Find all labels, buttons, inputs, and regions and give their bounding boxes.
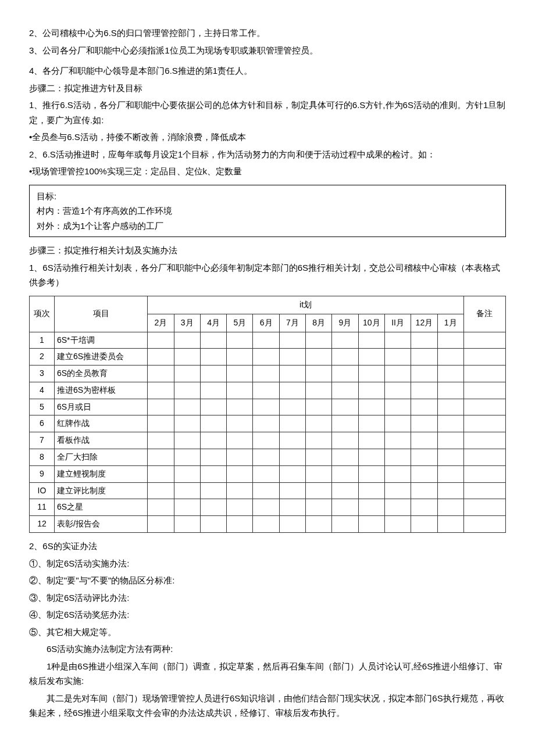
cell-month [306, 432, 332, 449]
cell-month [279, 399, 305, 415]
paragraph: ③、制定6S活动评比办法: [29, 590, 506, 605]
cell-month [358, 465, 384, 482]
cell-remark [463, 399, 505, 415]
table-row: 6红牌作战 [30, 415, 506, 432]
th-plan: it划 [148, 296, 464, 314]
cell-month [437, 382, 463, 399]
cell-seq: 6 [30, 415, 55, 432]
cell-month [411, 499, 437, 516]
paragraph: 步骤三：拟定推行相关计划及实施办法 [29, 243, 506, 258]
cell-seq: 9 [30, 465, 55, 482]
cell-seq: 2 [30, 349, 55, 366]
cell-month [437, 399, 463, 415]
cell-month [174, 415, 200, 432]
cell-seq: 8 [30, 449, 55, 466]
cell-month [332, 415, 358, 432]
cell-item: 看板作战 [54, 432, 147, 449]
cell-month [437, 516, 463, 533]
cell-month [437, 432, 463, 449]
cell-item: 全厂大扫除 [54, 449, 147, 466]
cell-month [384, 499, 411, 516]
cell-month [253, 332, 279, 349]
cell-month [253, 415, 279, 432]
cell-item: 6S之星 [54, 499, 147, 516]
cell-month [253, 349, 279, 366]
cell-month [174, 465, 200, 482]
cell-month [384, 482, 411, 499]
cell-month [227, 399, 253, 415]
paragraph: 2、6S的实证办法 [29, 539, 506, 554]
cell-month [384, 366, 411, 382]
cell-month [200, 499, 226, 516]
cell-month [358, 349, 384, 366]
th-month: 6月 [253, 314, 279, 332]
cell-month [411, 399, 437, 415]
cell-seq: 1 [30, 332, 55, 349]
cell-month [253, 432, 279, 449]
cell-remark [463, 516, 505, 533]
cell-month [437, 366, 463, 382]
cell-month [174, 349, 200, 366]
cell-item: 建立6S推进委员会 [54, 349, 147, 366]
table-row: 116S之星 [30, 499, 506, 516]
cell-item: 建立评比制度 [54, 482, 147, 499]
cell-month [384, 349, 411, 366]
cell-month [200, 432, 226, 449]
cell-month [148, 366, 174, 382]
th-month: 9月 [332, 314, 358, 332]
cell-month [174, 516, 200, 533]
cell-month [148, 415, 174, 432]
cell-month [148, 332, 174, 349]
cell-month [332, 449, 358, 466]
cell-month [411, 415, 437, 432]
plan-table: 项次 项目 it划 备注 2月3月4月5月6月7月8月9月10月II月12月1月… [29, 296, 506, 533]
cell-month [253, 399, 279, 415]
paragraph: ⑤、其它相大规定等。 [29, 625, 506, 640]
cell-month [148, 516, 174, 533]
th-month: 4月 [200, 314, 226, 332]
cell-month [200, 382, 226, 399]
cell-month [200, 516, 226, 533]
cell-month [332, 465, 358, 482]
cell-month [279, 449, 305, 466]
cell-month [174, 382, 200, 399]
th-month: 3月 [174, 314, 200, 332]
cell-month [253, 449, 279, 466]
cell-month [253, 482, 279, 499]
cell-month [200, 449, 226, 466]
cell-month [279, 349, 305, 366]
cell-month [148, 399, 174, 415]
cell-month [332, 366, 358, 382]
cell-month [306, 332, 332, 349]
cell-month [253, 499, 279, 516]
cell-month [437, 465, 463, 482]
cell-seq: 4 [30, 382, 55, 399]
cell-month [384, 382, 411, 399]
table-row: 8全厂大扫除 [30, 449, 506, 466]
cell-month [411, 332, 437, 349]
cell-month [411, 366, 437, 382]
paragraph: 2、公司稽核中心为6.S的归口管理管控部门，主持日常工作。 [29, 26, 506, 41]
cell-month [437, 332, 463, 349]
cell-month [332, 499, 358, 516]
cell-remark [463, 499, 505, 516]
cell-month [148, 449, 174, 466]
cell-month [358, 499, 384, 516]
th-month: 8月 [306, 314, 332, 332]
cell-month [200, 332, 226, 349]
cell-seq: 3 [30, 366, 55, 382]
table-row: 2建立6S推进委员会 [30, 349, 506, 366]
cell-month [384, 432, 411, 449]
goal-box: 目标: 村内：营造1个有序高效的工作环境 对外：成为1个让客户感动的工厂 [29, 185, 506, 238]
cell-month [148, 465, 174, 482]
cell-month [279, 332, 305, 349]
cell-month [306, 349, 332, 366]
cell-month [279, 482, 305, 499]
cell-month [200, 349, 226, 366]
cell-month [437, 415, 463, 432]
cell-month [227, 499, 253, 516]
table-row: 56S月或日 [30, 399, 506, 415]
cell-item: 推进6S为密样板 [54, 382, 147, 399]
cell-month [174, 449, 200, 466]
cell-month [437, 349, 463, 366]
